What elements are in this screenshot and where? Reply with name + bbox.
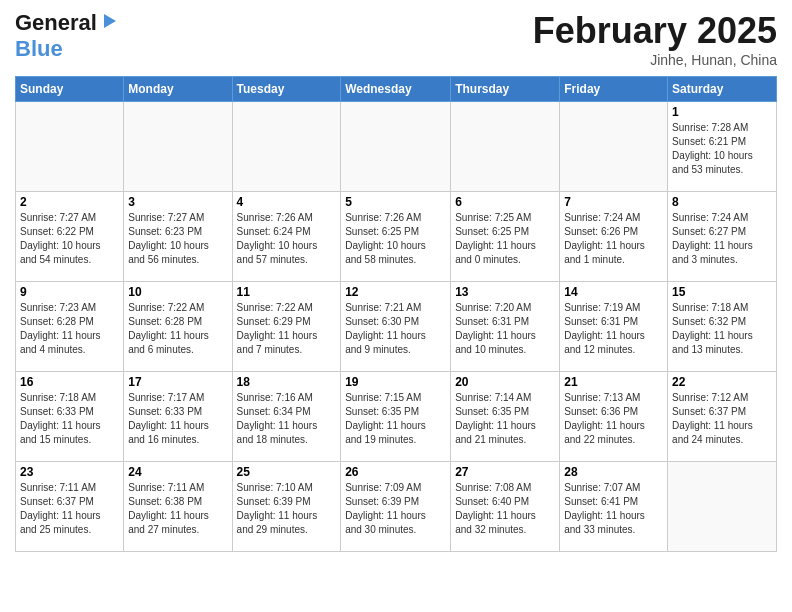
day-number: 19 — [345, 375, 446, 389]
day-number: 4 — [237, 195, 337, 209]
header-wednesday: Wednesday — [341, 77, 451, 102]
table-row — [560, 102, 668, 192]
table-row: 19Sunrise: 7:15 AM Sunset: 6:35 PM Dayli… — [341, 372, 451, 462]
table-row — [16, 102, 124, 192]
table-row: 24Sunrise: 7:11 AM Sunset: 6:38 PM Dayli… — [124, 462, 232, 552]
day-number: 13 — [455, 285, 555, 299]
logo-general-text: General — [15, 10, 97, 36]
day-number: 1 — [672, 105, 772, 119]
day-number: 11 — [237, 285, 337, 299]
day-number: 16 — [20, 375, 119, 389]
location: Jinhe, Hunan, China — [533, 52, 777, 68]
day-number: 20 — [455, 375, 555, 389]
day-info: Sunrise: 7:18 AM Sunset: 6:32 PM Dayligh… — [672, 301, 772, 357]
table-row: 20Sunrise: 7:14 AM Sunset: 6:35 PM Dayli… — [451, 372, 560, 462]
day-info: Sunrise: 7:25 AM Sunset: 6:25 PM Dayligh… — [455, 211, 555, 267]
table-row: 3Sunrise: 7:27 AM Sunset: 6:23 PM Daylig… — [124, 192, 232, 282]
day-number: 21 — [564, 375, 663, 389]
day-number: 23 — [20, 465, 119, 479]
table-row: 4Sunrise: 7:26 AM Sunset: 6:24 PM Daylig… — [232, 192, 341, 282]
month-title: February 2025 — [533, 10, 777, 52]
table-row: 25Sunrise: 7:10 AM Sunset: 6:39 PM Dayli… — [232, 462, 341, 552]
day-info: Sunrise: 7:26 AM Sunset: 6:25 PM Dayligh… — [345, 211, 446, 267]
day-info: Sunrise: 7:12 AM Sunset: 6:37 PM Dayligh… — [672, 391, 772, 447]
day-number: 22 — [672, 375, 772, 389]
day-info: Sunrise: 7:16 AM Sunset: 6:34 PM Dayligh… — [237, 391, 337, 447]
table-row — [668, 462, 777, 552]
table-row: 27Sunrise: 7:08 AM Sunset: 6:40 PM Dayli… — [451, 462, 560, 552]
calendar-week-row: 16Sunrise: 7:18 AM Sunset: 6:33 PM Dayli… — [16, 372, 777, 462]
day-info: Sunrise: 7:17 AM Sunset: 6:33 PM Dayligh… — [128, 391, 227, 447]
header-sunday: Sunday — [16, 77, 124, 102]
day-number: 27 — [455, 465, 555, 479]
day-info: Sunrise: 7:11 AM Sunset: 6:38 PM Dayligh… — [128, 481, 227, 537]
calendar-week-row: 9Sunrise: 7:23 AM Sunset: 6:28 PM Daylig… — [16, 282, 777, 372]
header-monday: Monday — [124, 77, 232, 102]
day-number: 5 — [345, 195, 446, 209]
calendar-page: General Blue February 2025 Jinhe, Hunan,… — [0, 0, 792, 562]
table-row: 16Sunrise: 7:18 AM Sunset: 6:33 PM Dayli… — [16, 372, 124, 462]
table-row: 2Sunrise: 7:27 AM Sunset: 6:22 PM Daylig… — [16, 192, 124, 282]
table-row — [232, 102, 341, 192]
day-info: Sunrise: 7:15 AM Sunset: 6:35 PM Dayligh… — [345, 391, 446, 447]
day-number: 17 — [128, 375, 227, 389]
table-row: 11Sunrise: 7:22 AM Sunset: 6:29 PM Dayli… — [232, 282, 341, 372]
table-row — [124, 102, 232, 192]
header-thursday: Thursday — [451, 77, 560, 102]
day-number: 7 — [564, 195, 663, 209]
day-number: 9 — [20, 285, 119, 299]
table-row: 28Sunrise: 7:07 AM Sunset: 6:41 PM Dayli… — [560, 462, 668, 552]
table-row: 21Sunrise: 7:13 AM Sunset: 6:36 PM Dayli… — [560, 372, 668, 462]
day-info: Sunrise: 7:18 AM Sunset: 6:33 PM Dayligh… — [20, 391, 119, 447]
day-info: Sunrise: 7:22 AM Sunset: 6:29 PM Dayligh… — [237, 301, 337, 357]
day-info: Sunrise: 7:09 AM Sunset: 6:39 PM Dayligh… — [345, 481, 446, 537]
table-row: 17Sunrise: 7:17 AM Sunset: 6:33 PM Dayli… — [124, 372, 232, 462]
day-info: Sunrise: 7:24 AM Sunset: 6:27 PM Dayligh… — [672, 211, 772, 267]
day-number: 3 — [128, 195, 227, 209]
day-info: Sunrise: 7:14 AM Sunset: 6:35 PM Dayligh… — [455, 391, 555, 447]
logo: General Blue — [15, 10, 118, 62]
svg-marker-0 — [104, 14, 116, 28]
day-number: 25 — [237, 465, 337, 479]
table-row: 12Sunrise: 7:21 AM Sunset: 6:30 PM Dayli… — [341, 282, 451, 372]
day-info: Sunrise: 7:19 AM Sunset: 6:31 PM Dayligh… — [564, 301, 663, 357]
day-info: Sunrise: 7:22 AM Sunset: 6:28 PM Dayligh… — [128, 301, 227, 357]
day-info: Sunrise: 7:23 AM Sunset: 6:28 PM Dayligh… — [20, 301, 119, 357]
table-row: 7Sunrise: 7:24 AM Sunset: 6:26 PM Daylig… — [560, 192, 668, 282]
day-number: 24 — [128, 465, 227, 479]
day-info: Sunrise: 7:11 AM Sunset: 6:37 PM Dayligh… — [20, 481, 119, 537]
day-number: 15 — [672, 285, 772, 299]
day-number: 2 — [20, 195, 119, 209]
calendar-week-row: 23Sunrise: 7:11 AM Sunset: 6:37 PM Dayli… — [16, 462, 777, 552]
table-row: 1Sunrise: 7:28 AM Sunset: 6:21 PM Daylig… — [668, 102, 777, 192]
day-info: Sunrise: 7:08 AM Sunset: 6:40 PM Dayligh… — [455, 481, 555, 537]
header-tuesday: Tuesday — [232, 77, 341, 102]
table-row: 18Sunrise: 7:16 AM Sunset: 6:34 PM Dayli… — [232, 372, 341, 462]
calendar-table: Sunday Monday Tuesday Wednesday Thursday… — [15, 76, 777, 552]
calendar-week-row: 1Sunrise: 7:28 AM Sunset: 6:21 PM Daylig… — [16, 102, 777, 192]
table-row: 9Sunrise: 7:23 AM Sunset: 6:28 PM Daylig… — [16, 282, 124, 372]
title-section: February 2025 Jinhe, Hunan, China — [533, 10, 777, 68]
header: General Blue February 2025 Jinhe, Hunan,… — [15, 10, 777, 68]
logo-arrow-icon — [100, 12, 118, 34]
day-number: 28 — [564, 465, 663, 479]
table-row: 26Sunrise: 7:09 AM Sunset: 6:39 PM Dayli… — [341, 462, 451, 552]
day-number: 12 — [345, 285, 446, 299]
day-info: Sunrise: 7:27 AM Sunset: 6:22 PM Dayligh… — [20, 211, 119, 267]
day-number: 26 — [345, 465, 446, 479]
table-row: 14Sunrise: 7:19 AM Sunset: 6:31 PM Dayli… — [560, 282, 668, 372]
table-row: 6Sunrise: 7:25 AM Sunset: 6:25 PM Daylig… — [451, 192, 560, 282]
day-info: Sunrise: 7:26 AM Sunset: 6:24 PM Dayligh… — [237, 211, 337, 267]
logo-blue-text: Blue — [15, 36, 63, 61]
table-row: 23Sunrise: 7:11 AM Sunset: 6:37 PM Dayli… — [16, 462, 124, 552]
day-info: Sunrise: 7:07 AM Sunset: 6:41 PM Dayligh… — [564, 481, 663, 537]
day-info: Sunrise: 7:27 AM Sunset: 6:23 PM Dayligh… — [128, 211, 227, 267]
day-info: Sunrise: 7:13 AM Sunset: 6:36 PM Dayligh… — [564, 391, 663, 447]
day-number: 14 — [564, 285, 663, 299]
day-info: Sunrise: 7:20 AM Sunset: 6:31 PM Dayligh… — [455, 301, 555, 357]
table-row: 10Sunrise: 7:22 AM Sunset: 6:28 PM Dayli… — [124, 282, 232, 372]
table-row — [341, 102, 451, 192]
table-row — [451, 102, 560, 192]
day-info: Sunrise: 7:10 AM Sunset: 6:39 PM Dayligh… — [237, 481, 337, 537]
day-number: 18 — [237, 375, 337, 389]
